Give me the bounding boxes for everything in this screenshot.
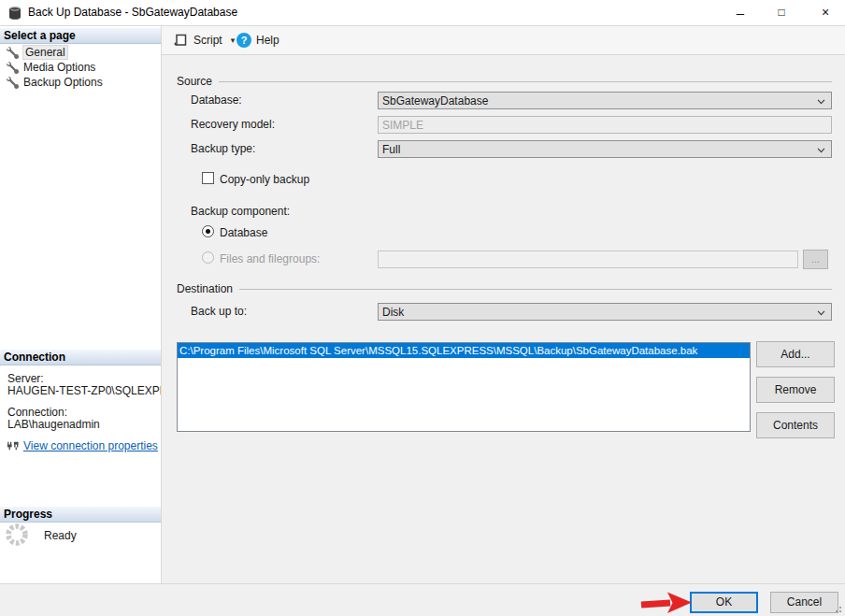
minimize-button[interactable]: – — [722, 0, 759, 25]
backup-component-label: Backup component: — [191, 205, 290, 218]
titlebar: Back Up Database - SbGatewayDatabase – □… — [0, 0, 845, 26]
back-up-to-combo[interactable]: Disk — [378, 303, 832, 321]
view-connection-properties-link[interactable]: View connection properties — [23, 439, 158, 452]
script-button[interactable]: Script ▾ — [169, 29, 241, 51]
contents-button[interactable]: Contents — [756, 412, 835, 438]
back-up-to-combo-value: Disk — [382, 306, 404, 319]
backup-type-label: Backup type: — [191, 142, 255, 155]
resize-grip[interactable] — [833, 604, 842, 613]
copy-only-backup-checkbox[interactable] — [202, 172, 214, 184]
back-up-to-label: Back up to: — [191, 305, 247, 318]
copy-only-backup-label: Copy-only backup — [220, 173, 309, 186]
close-button[interactable]: × — [807, 0, 844, 25]
server-value: HAUGEN-TEST-ZP0\SQLEXPRE — [7, 384, 161, 397]
toolbar: Script ▾ ? Help — [162, 26, 845, 55]
backup-database-dialog: Back Up Database - SbGatewayDatabase – □… — [0, 0, 845, 616]
backup-file-list: C:\Program Files\Microsoft SQL Server\MS… — [177, 342, 751, 432]
chevron-down-icon — [817, 148, 825, 153]
database-icon — [7, 6, 22, 21]
recovery-model-label: Recovery model: — [191, 118, 275, 131]
backup-type-combo-value: Full — [382, 143, 400, 156]
source-section-label: Source — [177, 75, 212, 88]
divider — [219, 81, 832, 82]
destination-section-label: Destination — [177, 282, 233, 295]
sidebar-item-backup-options[interactable]: Backup Options — [4, 75, 106, 90]
database-combo[interactable]: SbGatewayDatabase — [378, 92, 832, 109]
maximize-button[interactable]: □ — [763, 0, 800, 25]
database-radio-label: Database — [220, 226, 267, 239]
script-icon — [173, 33, 188, 48]
window-title: Back Up Database - SbGatewayDatabase — [28, 0, 237, 25]
files-filegroups-radio-label: Files and filegroups: — [220, 252, 320, 265]
files-filegroups-radio — [202, 251, 214, 264]
wrench-icon — [7, 47, 19, 59]
sidebar-item-label: General — [23, 46, 67, 59]
backup-type-combo[interactable]: Full — [378, 140, 832, 158]
remove-button[interactable]: Remove — [756, 377, 835, 403]
help-label: Help — [256, 34, 279, 47]
wrench-icon — [7, 77, 19, 89]
footer: OK Cancel — [0, 583, 845, 616]
sidebar-item-label: Backup Options — [23, 76, 103, 89]
progress-header: Progress — [0, 507, 161, 523]
cancel-button[interactable]: Cancel — [770, 592, 838, 613]
main-panel: Script ▾ ? Help Source Database: SbGatew… — [162, 26, 845, 583]
server-label: Server: — [7, 372, 44, 385]
destination-section: Destination — [177, 282, 832, 295]
chevron-down-icon — [817, 310, 825, 316]
chevron-down-icon — [817, 99, 825, 105]
browse-button: ... — [803, 250, 828, 269]
recovery-model-field: SIMPLE — [378, 116, 832, 134]
wrench-icon — [7, 62, 19, 74]
database-combo-value: SbGatewayDatabase — [382, 94, 488, 107]
sidebar: Select a page General Media Options Back… — [0, 26, 162, 583]
database-label: Database: — [191, 93, 242, 107]
select-a-page-header: Select a page — [0, 28, 161, 44]
help-icon: ? — [236, 33, 251, 48]
backup-file-row[interactable]: C:\Program Files\Microsoft SQL Server\MS… — [178, 343, 750, 358]
files-filegroups-field — [378, 251, 798, 268]
database-radio[interactable] — [202, 225, 214, 237]
connection-label: Connection: — [7, 406, 67, 419]
add-button[interactable]: Add... — [756, 341, 835, 367]
recovery-model-value: SIMPLE — [382, 119, 423, 132]
progress-spinner-icon — [5, 523, 29, 547]
help-button[interactable]: ? Help — [233, 29, 283, 51]
divider — [239, 289, 832, 290]
sidebar-item-media-options[interactable]: Media Options — [4, 60, 98, 75]
progress-status: Ready — [44, 529, 77, 542]
connection-properties-icon — [6, 438, 20, 452]
script-label: Script — [193, 34, 222, 47]
connection-value: LAB\haugenadmin — [7, 418, 100, 431]
connection-header: Connection — [0, 350, 161, 365]
sidebar-item-general[interactable]: General — [4, 45, 70, 60]
source-section: Source — [177, 75, 832, 88]
sidebar-item-label: Media Options — [23, 61, 95, 74]
ok-button[interactable]: OK — [690, 592, 758, 613]
